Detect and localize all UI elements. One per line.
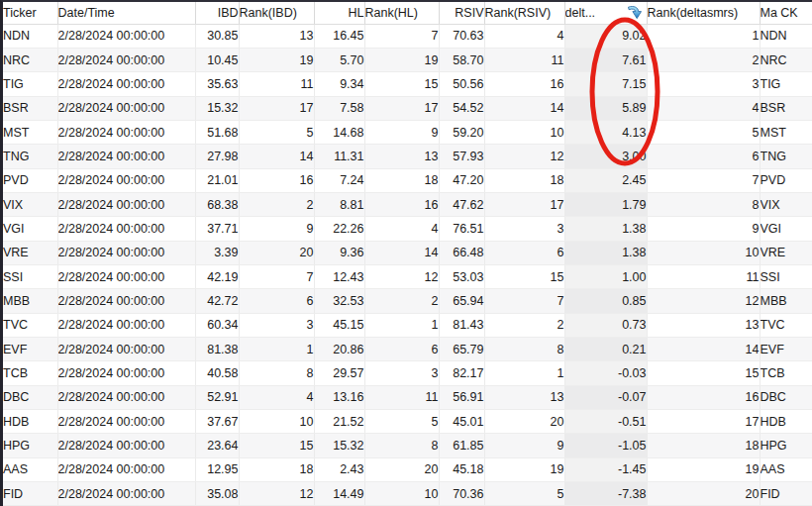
cell-rank_delta: 20 [647,482,760,506]
cell-delta: -0.07 [564,385,647,409]
cell-rank_ibd: 14 [239,145,314,168]
table-row[interactable]: MBB2/28/2024 00:00:0042.72632.53265.9470… [3,289,812,313]
cell-rsiv: 70.36 [439,482,484,506]
column-header-delta[interactable]: delt... [564,2,647,24]
cell-rank_ibd: 16 [239,168,314,192]
table-row[interactable]: TCB2/28/2024 00:00:0040.58829.57382.171-… [3,361,812,385]
cell-rank_hl: 1 [364,313,439,337]
cell-rank_delta: 14 [647,337,760,360]
cell-ibd: 37.67 [195,410,239,434]
table-row[interactable]: MST2/28/2024 00:00:0051.68514.68959.2010… [3,120,812,144]
cell-rank_rsiv: 8 [484,337,564,360]
cell-delta: -1.45 [564,457,647,481]
table-row[interactable]: TVC2/28/2024 00:00:0060.34345.15181.4320… [3,313,812,337]
table-row[interactable]: HDB2/28/2024 00:00:0037.671021.52545.012… [3,410,812,434]
cell-ticker: MST [3,120,57,144]
cell-rsiv: 65.94 [439,289,484,313]
table-row[interactable]: SSI2/28/2024 00:00:0042.19712.431253.031… [3,264,812,288]
cell-rsiv: 56.91 [439,385,484,409]
cell-rank_hl: 5 [364,410,439,434]
cell-datetime: 2/28/2024 00:00:00 [57,361,195,385]
column-header-rank_ibd[interactable]: Rank(IBD) [239,2,314,24]
cell-ma_ck: VIX [760,192,812,216]
column-header-rank_rsiv[interactable]: Rank(RSIV) [484,2,564,24]
cell-hl: 14.49 [314,482,364,506]
cell-rank_delta: 9 [647,217,760,241]
cell-delta: 0.21 [564,337,647,360]
column-header-ticker[interactable]: Ticker [3,2,57,24]
cell-rank_hl: 2 [364,289,439,313]
column-header-ibd[interactable]: IBD [195,2,239,24]
cell-rank_delta: 4 [647,96,760,120]
cell-datetime: 2/28/2024 00:00:00 [57,313,195,337]
cell-rank_delta: 12 [647,289,760,313]
cell-hl: 45.15 [314,313,364,337]
column-header-datetime[interactable]: Date/Time [57,2,195,24]
cell-ma_ck: PVD [760,168,812,192]
table-row[interactable]: VGI2/28/2024 00:00:0037.71922.26476.5131… [3,217,812,241]
column-header-rsiv[interactable]: RSIV [439,2,484,24]
cell-hl: 20.86 [314,337,364,360]
cell-rsiv: 45.01 [439,410,484,434]
cell-ibd: 42.72 [195,289,239,313]
cell-ticker: DBC [3,385,57,409]
cell-ticker: PVD [3,168,57,192]
column-header-rank_delta[interactable]: Rank(deltasmrs) [647,2,760,24]
table-row[interactable]: BSR2/28/2024 00:00:0015.32177.581754.521… [3,96,812,120]
cell-ma_ck: TNG [760,145,812,168]
stock-rank-table-window: TickerDate/TimeIBDRank(IBD)HLRank(HL)RSI… [0,0,812,506]
header-row: TickerDate/TimeIBDRank(IBD)HLRank(HL)RSI… [3,2,812,24]
column-header-ma_ck[interactable]: Ma CK [760,2,812,24]
cell-ma_ck: MBB [760,289,812,313]
cell-rank_ibd: 1 [239,337,314,360]
cell-ibd: 60.34 [195,313,239,337]
cell-ma_ck: MST [760,120,812,144]
table-row[interactable]: PVD2/28/2024 00:00:0021.01167.241847.201… [3,168,812,192]
cell-ma_ck: TVC [760,313,812,337]
cell-ma_ck: HDB [760,410,812,434]
cell-datetime: 2/28/2024 00:00:00 [57,385,195,409]
cell-ibd: 3.39 [195,241,239,264]
cell-ibd: 51.68 [195,120,239,144]
cell-hl: 9.34 [314,72,364,96]
cell-datetime: 2/28/2024 00:00:00 [57,289,195,313]
column-header-hl[interactable]: HL [314,2,364,24]
cell-rank_delta: 10 [647,241,760,264]
cell-rank_delta: 8 [647,192,760,216]
cell-hl: 11.31 [314,145,364,168]
cell-hl: 13.16 [314,385,364,409]
cell-hl: 22.26 [314,217,364,241]
cell-datetime: 2/28/2024 00:00:00 [57,457,195,481]
cell-rsiv: 59.20 [439,120,484,144]
table-row[interactable]: NRC2/28/2024 00:00:0010.45195.701958.701… [3,48,812,71]
table-row[interactable]: TIG2/28/2024 00:00:0035.63119.341550.561… [3,72,812,96]
cell-delta: 1.38 [564,217,647,241]
table-row[interactable]: NDN2/28/2024 00:00:0030.851316.45770.634… [3,24,812,48]
cell-ticker: NRC [3,48,57,71]
cell-rank_hl: 16 [364,192,439,216]
cell-delta: 1.00 [564,264,647,288]
cell-ibd: 35.08 [195,482,239,506]
table-row[interactable]: DBC2/28/2024 00:00:0052.91413.161156.911… [3,385,812,409]
column-header-rank_hl[interactable]: Rank(HL) [364,2,439,24]
cell-rank_hl: 7 [364,24,439,48]
cell-rank_hl: 18 [364,168,439,192]
cell-hl: 7.58 [314,96,364,120]
table-row[interactable]: VIX2/28/2024 00:00:0068.3828.811647.6217… [3,192,812,216]
cell-rsiv: 50.56 [439,72,484,96]
table-row[interactable]: VRE2/28/2024 00:00:003.39209.361466.4861… [3,241,812,264]
table-row[interactable]: TNG2/28/2024 00:00:0027.981411.311357.93… [3,145,812,168]
cell-ma_ck: FID [760,482,812,506]
cell-rank_ibd: 7 [239,264,314,288]
cell-rank_delta: 1 [647,24,760,48]
table-row[interactable]: HPG2/28/2024 00:00:0023.641515.32861.859… [3,434,812,457]
cell-hl: 2.43 [314,457,364,481]
cell-rank_delta: 7 [647,168,760,192]
cell-delta: -1.05 [564,434,647,457]
table-row[interactable]: FID2/28/2024 00:00:0035.081214.491070.36… [3,482,812,506]
table-row[interactable]: EVF2/28/2024 00:00:0081.38120.86665.7980… [3,337,812,360]
cell-datetime: 2/28/2024 00:00:00 [57,120,195,144]
cell-delta: 3.00 [564,145,647,168]
cell-hl: 29.57 [314,361,364,385]
table-row[interactable]: AAS2/28/2024 00:00:0012.95182.432045.181… [3,457,812,481]
